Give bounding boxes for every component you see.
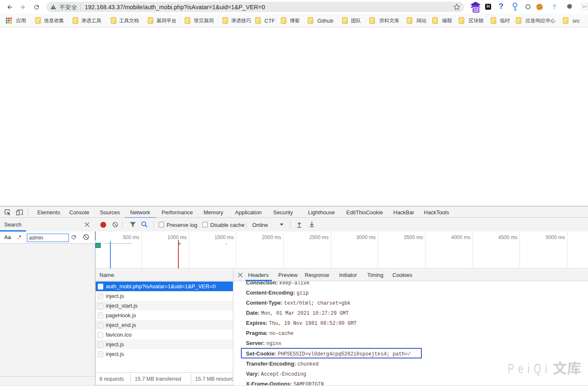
svg-text:10: 10 xyxy=(473,8,478,13)
